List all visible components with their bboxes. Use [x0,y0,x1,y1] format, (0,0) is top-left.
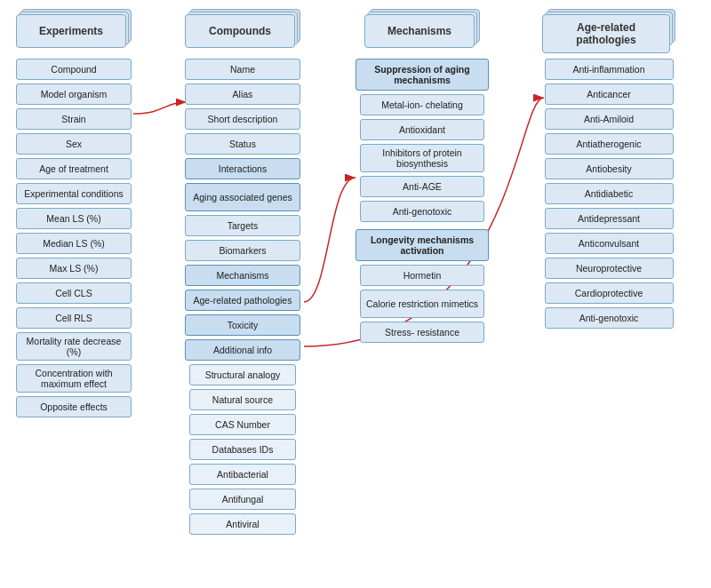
path-antidiabetic[interactable]: Antidiabetic [545,183,674,204]
comp-antiviral[interactable]: Antiviral [189,513,296,535]
comp-biomarkers[interactable]: Biomarkers [185,240,300,261]
mech-metal-ion[interactable]: Metal-ion- chelating [360,94,484,115]
path-antiatherogenic[interactable]: Antiatherogenic [545,133,674,155]
mech-anti-genotoxic-s[interactable]: Anti-genotoxic [360,201,484,222]
path-anticancer[interactable]: Anticancer [545,83,674,105]
diagram-container: Experiments Compound Model organism Stra… [0,0,711,588]
compounds-column: Compounds Name Alias Short description S… [185,9,300,535]
mechanisms-header: Mechanisms [364,9,480,48]
compounds-header: Compounds [185,9,300,48]
exp-max-ls[interactable]: Max LS (%) [16,258,132,279]
path-anti-inflammation[interactable]: Anti-inflammation [545,59,674,80]
exp-mean-ls[interactable]: Mean LS (%) [16,208,132,229]
experiments-header: Experiments [16,9,132,48]
exp-model-organism[interactable]: Model organism [16,83,132,105]
comp-antibacterial[interactable]: Antibacterial [189,464,296,485]
exp-concentration[interactable]: Concentration with maximum effect [16,364,132,393]
comp-interactions[interactable]: Interactions [185,158,300,179]
path-anti-amiloid[interactable]: Anti-Amiloid [545,108,674,130]
path-neuroprotective[interactable]: Neuroprotective [545,258,674,279]
exp-strain[interactable]: Strain [16,108,132,130]
mechanisms-column: Mechanisms Suppression of aging mechanis… [356,9,489,343]
exp-opposite-effects[interactable]: Opposite effects [16,396,132,417]
comp-toxicity[interactable]: Toxicity [185,314,300,336]
mech-calorie-restriction[interactable]: Calorie restriction mimetics [360,290,484,318]
mech-inhibitors[interactable]: Inhibitors of protein biosynthesis [360,144,484,172]
experiments-column: Experiments Compound Model organism Stra… [16,9,132,417]
comp-aging-genes[interactable]: Aging associated genes [185,183,300,211]
comp-additional-info[interactable]: Additional info [185,339,300,361]
exp-age-of-treatment[interactable]: Age of treatment [16,158,132,179]
path-antiobesity[interactable]: Antiobesity [545,158,674,179]
mech-suppression-header[interactable]: Suppression of aging mechanisms [356,59,489,91]
pathologies-column: Age-related pathologies Anti-inflammatio… [542,9,675,329]
path-antidepressant[interactable]: Antidepressant [545,208,674,229]
mech-hormetin[interactable]: Hormetin [360,265,484,286]
exp-median-ls[interactable]: Median LS (%) [16,233,132,254]
comp-targets[interactable]: Targets [185,215,300,236]
comp-alias[interactable]: Alias [185,83,300,105]
exp-experimental-conditions[interactable]: Experimental conditions [16,183,132,204]
exp-mortality-rate[interactable]: Mortality rate decrease (%) [16,332,132,361]
mech-longevity-header[interactable]: Longevity mechanisms activation [356,229,489,261]
comp-antifungal[interactable]: Antifungal [189,489,296,510]
comp-structural-analogy[interactable]: Structural analogy [189,364,296,385]
mech-stress-resistance[interactable]: Stress- resistance [360,322,484,343]
comp-cas-number[interactable]: CAS Number [189,414,296,435]
comp-status[interactable]: Status [185,133,300,155]
mech-anti-age[interactable]: Anti-AGE [360,176,484,197]
path-anticonvulsant[interactable]: Anticonvulsant [545,233,674,254]
path-anti-genotoxic[interactable]: Anti-genotoxic [545,307,674,329]
mech-antioxidant[interactable]: Antioxidant [360,119,484,140]
comp-short-description[interactable]: Short description [185,108,300,130]
comp-databases-ids[interactable]: Databases IDs [189,439,296,460]
exp-cell-cls[interactable]: Cell CLS [16,282,132,304]
comp-name[interactable]: Name [185,59,300,80]
pathologies-header: Age-related pathologies [542,9,675,48]
exp-sex[interactable]: Sex [16,133,132,155]
comp-age-related-pathologies[interactable]: Age-related pathologies [185,290,300,311]
comp-natural-source[interactable]: Natural source [189,389,296,410]
comp-mechanisms[interactable]: Mechanisms [185,265,300,286]
path-cardioprotective[interactable]: Cardioprotective [545,282,674,304]
exp-compound[interactable]: Compound [16,59,132,80]
exp-cell-rls[interactable]: Cell RLS [16,307,132,329]
